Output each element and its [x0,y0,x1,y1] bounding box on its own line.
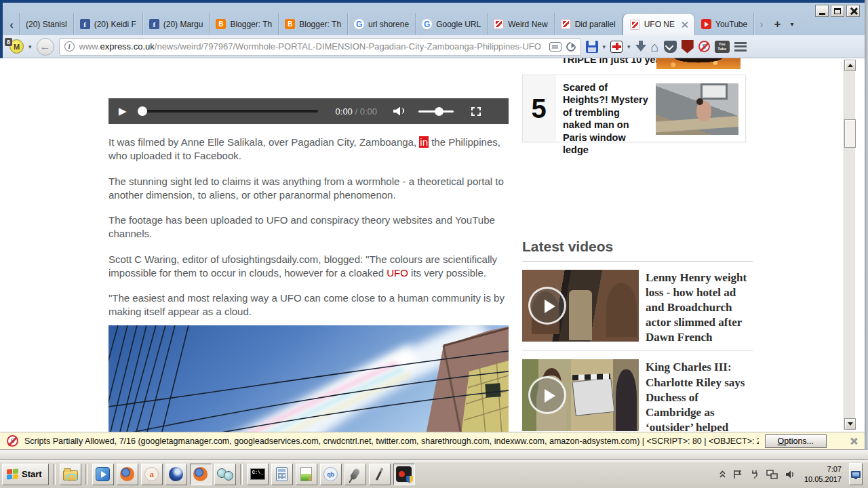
tab-margu[interactable]: f (20) Margu [143,13,210,35]
menu-hamburger-icon[interactable] [734,42,747,52]
pocket-icon[interactable] [664,41,677,53]
quicklaunch-qbittorrent[interactable]: qb [320,464,342,485]
video-progress-bar[interactable] [140,110,318,113]
session-dropdown-caret[interactable]: ▾ [627,43,631,50]
scroll-up-button[interactable] [844,60,856,71]
youtube-downloader-icon[interactable]: YouTube [715,41,730,53]
tab-list: (20) Stanisl f (20) Keidi F f (20) Margu… [19,13,754,35]
paragraph-text: its very possible. [408,267,486,279]
tab-ufo-news-active[interactable]: UFO NE [623,13,695,35]
start-button[interactable]: Start [2,464,49,485]
quicklaunch-seamonkey[interactable] [165,464,187,485]
tab-google-url[interactable]: G Google URL [416,13,488,35]
tab-keidi[interactable]: f (20) Keidi F [74,13,143,35]
play-overlay-icon[interactable] [528,287,566,325]
quicklaunch-microphone[interactable] [344,464,366,485]
play-button[interactable]: ▶ [119,105,127,117]
quicklaunch-command-prompt[interactable]: C:\_ [247,464,269,485]
back-button[interactable]: ← [37,38,54,56]
tab-overflow-button[interactable]: › [754,18,768,30]
blogger-favicon: B [285,19,295,29]
reader-mode-icon[interactable] [549,42,561,52]
volume-speaker-icon[interactable] [785,469,795,480]
adblock-shield-icon[interactable] [682,40,694,54]
new-tab-button[interactable]: + [769,18,787,31]
play-overlay-icon[interactable] [528,376,566,414]
hidden-icons-chevron[interactable] [719,469,726,479]
close-button[interactable] [846,5,860,17]
action-center-flag-icon[interactable] [732,469,743,480]
home-icon[interactable]: ⌂ [651,40,659,54]
tab-blogger-1[interactable]: B Blogger: Th [210,13,279,35]
maximize-button[interactable] [831,5,844,17]
show-desktop-button[interactable] [849,463,863,485]
quicklaunch-file-manager[interactable] [60,464,81,485]
site-info-icon[interactable]: i [64,41,75,52]
quicklaunch-lens-tool[interactable] [214,464,236,485]
quicklaunch-firefox[interactable] [117,464,138,485]
greasemonkey-dropdown-caret[interactable]: ▾ [28,43,32,50]
ranked-story-5[interactable]: 5 Scared of Heights?! Mystery of trembli… [522,75,746,142]
volume-handle[interactable] [435,107,443,116]
quicklaunch-calculator[interactable] [271,464,293,485]
tab-weird-news[interactable]: Weird New [488,13,554,35]
ranked-story-headline[interactable]: Scared of Heights?! Mystery of trembling… [555,75,652,142]
tab-scroll-left-button[interactable]: ‹ [4,15,19,35]
scroll-down-button[interactable] [844,418,856,430]
noscript-icon[interactable]: S [698,41,710,52]
taskbar-clock[interactable]: 7:07 10.05.2017 [804,464,842,484]
reload-icon[interactable] [564,40,578,54]
tab-youtube[interactable]: YouTube [695,13,754,35]
tab-close-icon[interactable] [682,22,688,28]
network-icon[interactable] [766,469,778,480]
express-favicon [630,20,640,30]
quicklaunch-media-player[interactable] [92,464,114,485]
tab-stanisl[interactable]: (20) Stanisl [19,13,74,35]
ufo-link[interactable]: UFO [387,267,408,279]
video-item-king-charles[interactable]: King Charles III: Charlotte Riley says D… [522,351,753,432]
noscript-options-button[interactable]: Options... [765,434,827,448]
volume-slider[interactable] [418,110,454,113]
mute-speaker-icon[interactable] [393,107,405,116]
downloads-icon[interactable] [635,41,646,52]
video-thumbnail[interactable] [522,359,639,431]
youtube-favicon [701,19,711,29]
article-paragraph: "The easiest and most relaxing way a UFO… [108,291,509,319]
save-dropdown-caret[interactable]: ▾ [603,43,606,50]
all-tabs-dropdown-button[interactable]: ▾ [786,20,797,28]
quicklaunch-notepad[interactable] [296,464,317,485]
tab-label: (20) Keidi F [94,20,136,29]
notification-close-icon[interactable] [850,438,857,445]
taskbar-screen-recorder[interactable] [393,464,415,485]
tab-label: Weird New [508,20,547,29]
scrollbar-thumb[interactable] [844,119,856,148]
quicklaunch-stylus[interactable] [369,464,391,485]
session-restore-icon[interactable] [610,41,623,53]
video-thumbnail[interactable] [522,270,639,342]
video-item-lenny-henry[interactable]: Lenny Henry weight loss - how hotel ad a… [522,262,753,351]
tab-url-shortener[interactable]: G url shorene [348,13,416,35]
thumbnail-ledge [656,115,738,133]
tab-blogger-2[interactable]: B Blogger: Th [279,13,348,35]
save-page-icon[interactable] [586,41,598,53]
sky-photo-illustration [108,325,509,432]
ranked-story-4-clipped[interactable]: TRIPLE in just 10 years [522,58,746,70]
minimize-button[interactable] [815,5,829,17]
power-plug-icon[interactable] [749,469,760,480]
video-player-controls[interactable]: ▶ 0:00 / 0:00 [108,98,509,124]
url-bar[interactable]: i www.express.co.uk/news/weird/797967/Wo… [59,38,581,56]
taskbar-firefox-active[interactable] [190,464,212,485]
fullscreen-icon[interactable] [471,107,481,116]
video-title[interactable]: Lenny Henry weight loss - how hotel ad a… [646,270,753,345]
sidebar: TRIPLE in just 10 years 5 Scared of Heig… [522,58,753,432]
progress-handle[interactable] [138,106,147,116]
tab-label: Google URL [436,20,481,29]
tab-did-parallel[interactable]: Did parallel [555,13,623,35]
article-body: It was filmed by Anne Elle Salikala, ove… [108,136,509,319]
quicklaunch-audio-app[interactable]: a [141,464,163,485]
tab-label: Blogger: Th [230,20,272,29]
page-scrollbar[interactable] [844,60,855,430]
video-title[interactable]: King Charles III: Charlotte Riley says D… [646,359,753,432]
article-column: ▶ 0:00 / 0:00 It was filmed by Anne Elle… [108,58,509,432]
close-icon [850,7,857,15]
